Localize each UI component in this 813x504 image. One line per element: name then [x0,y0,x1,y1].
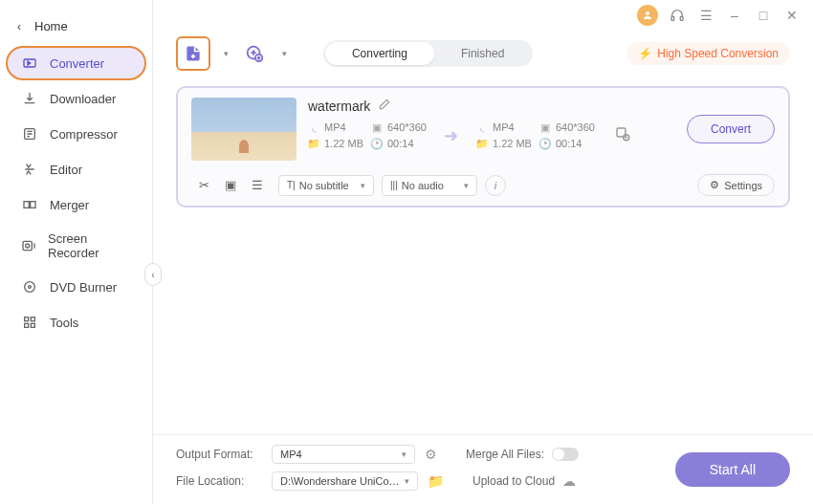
nav-label: Tools [50,316,78,330]
output-format-value: MP4 [280,449,302,460]
minimize-icon[interactable]: – [725,6,744,25]
tgt-res: 640*360 [556,121,595,133]
src-res: 640*360 [387,121,427,133]
svg-point-12 [646,11,649,15]
sidebar-item-screen-recorder[interactable]: Screen Recorder [6,223,146,269]
more-icon[interactable]: ☰ [252,178,263,192]
src-size: 1.22 MB [324,138,363,149]
format-settings-icon[interactable]: ⚙ [425,447,437,462]
nav-label: Compressor [50,127,118,142]
chevron-down-icon: ▾ [464,181,469,190]
home-label: Home [34,19,68,33]
tools-icon [21,314,38,331]
sidebar-item-downloader[interactable]: Downloader [6,81,146,116]
svg-rect-11 [31,323,34,327]
sidebar-item-merger[interactable]: Merger [6,187,146,222]
titlebar: ☰ – □ ✕ [153,0,813,31]
merge-label: Merge All Files: [466,448,544,461]
clock-icon: 🕑 [371,138,383,149]
sidebar-item-compressor[interactable]: Compressor [6,117,146,151]
info-icon[interactable]: i [485,175,506,196]
file-location-value: D:\Wondershare UniConverter 1 [280,475,405,487]
high-speed-badge[interactable]: ⚡ High Speed Conversion [626,42,790,65]
sidebar-item-dvd-burner[interactable]: DVD Burner [6,270,146,304]
svg-rect-9 [31,318,34,321]
main-panel: ☰ – □ ✕ ▾ ▾ Converting Finished ⚡ High S… [153,0,813,504]
recorder-icon [21,237,36,254]
avatar[interactable] [637,5,658,26]
audio-icon: ||| [390,180,398,190]
file-title: watermark [308,99,370,114]
chevron-down-icon: ▾ [402,449,406,459]
chevron-left-icon: ‹ [17,20,21,33]
crop-icon[interactable]: ▣ [225,178,236,192]
svg-point-6 [25,282,35,293]
subtitle-select[interactable]: T| No subtitle ▾ [278,175,374,196]
svg-rect-8 [25,318,29,321]
home-link[interactable]: ‹ Home [0,8,152,45]
add-url-button[interactable] [240,39,269,68]
nav-label: Editor [50,163,82,177]
svg-rect-13 [671,16,674,20]
add-file-caret[interactable]: ▾ [224,49,229,58]
cloud-icon[interactable]: ☁ [562,473,576,489]
tgt-dur: 00:14 [556,138,582,149]
svg-rect-10 [25,323,29,327]
gear-icon: ⚙ [710,179,719,191]
compressor-icon [21,125,38,142]
maximize-icon[interactable]: □ [754,6,773,25]
menu-icon[interactable]: ☰ [696,6,715,25]
start-all-button[interactable]: Start All [675,452,790,487]
toolbar: ▾ ▾ Converting Finished ⚡ High Speed Con… [153,31,813,77]
audio-select[interactable]: ||| No audio ▾ [382,175,477,196]
dvd-icon [21,278,38,296]
subtitle-value: No subtitle [299,180,349,191]
download-icon [21,90,38,107]
add-file-button[interactable] [176,36,210,71]
chevron-down-icon: ▾ [405,476,409,486]
headset-icon[interactable] [668,6,687,25]
edit-title-icon[interactable] [378,98,391,114]
file-location-select[interactable]: D:\Wondershare UniConverter 1 ▾ [272,471,418,491]
resolution-icon: ▣ [539,121,551,133]
file-location-label: File Location: [176,474,262,488]
settings-label: Settings [724,180,762,191]
converter-icon [21,55,38,72]
output-format-label: Output Format: [176,448,262,461]
card-settings-button[interactable]: ⚙ Settings [697,174,775,196]
sidebar-item-editor[interactable]: Editor [6,152,146,186]
folder-icon: 📁 [476,138,488,149]
clock-icon: 🕑 [539,138,551,149]
folder-icon: 📁 [308,138,319,149]
output-settings-icon[interactable] [614,125,631,146]
add-url-caret[interactable]: ▾ [282,49,287,58]
sidebar-item-tools[interactable]: Tools [6,305,146,340]
chevron-down-icon: ▾ [361,181,365,190]
open-folder-icon[interactable]: 📁 [428,473,444,489]
sidebar-item-converter[interactable]: Converter [6,46,146,80]
video-icon: ◟ [308,121,319,133]
merge-toggle[interactable] [552,448,579,461]
sidebar: ‹ Home Converter Downloader Compressor [0,0,153,504]
trim-icon[interactable]: ✂ [199,178,209,192]
conversion-list: watermark ◟MP4 📁1.22 MB ▣640*360 [153,77,813,434]
footer: Output Format: MP4 ▾ ⚙ Merge All Files: … [153,434,813,504]
tab-converting[interactable]: Converting [325,42,434,65]
svg-point-7 [29,286,32,289]
conversion-card: watermark ◟MP4 📁1.22 MB ▣640*360 [176,86,790,208]
nav-label: Converter [50,56,104,71]
output-format-select[interactable]: MP4 ▾ [272,445,415,464]
audio-value: No audio [402,180,444,191]
svg-rect-4 [23,241,32,250]
nav-label: DVD Burner [50,280,117,295]
nav-label: Downloader [50,92,116,106]
video-thumbnail[interactable] [191,98,297,161]
tab-finished[interactable]: Finished [434,42,531,65]
nav-label: Merger [50,198,89,212]
subtitle-icon: T| [287,180,296,190]
close-icon[interactable]: ✕ [782,6,802,25]
src-dur: 00:14 [387,138,414,149]
convert-button[interactable]: Convert [687,115,775,143]
svg-rect-14 [680,16,683,20]
src-format: MP4 [324,121,346,133]
